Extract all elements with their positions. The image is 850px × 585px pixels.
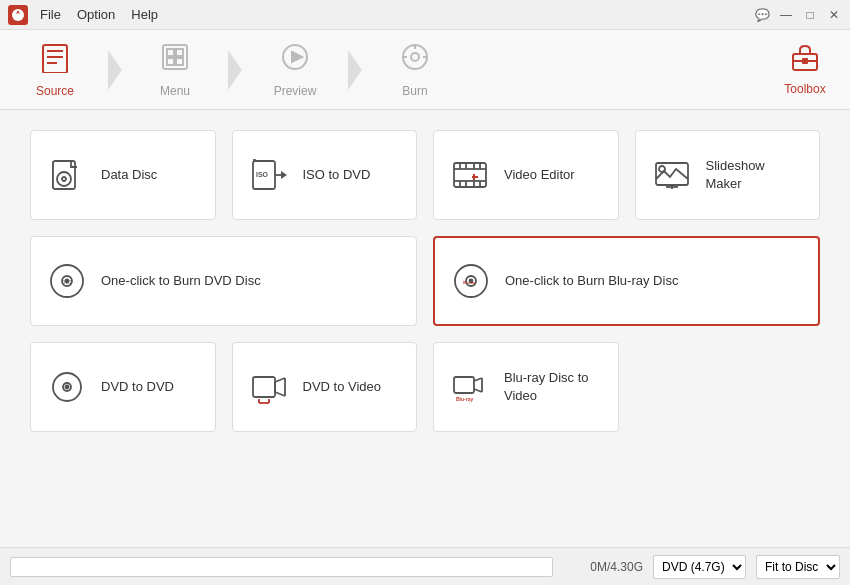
svg-rect-6: [167, 49, 174, 56]
slideshow-maker-icon: [652, 157, 692, 193]
oneclick-bluray-icon: Blu-ray: [451, 262, 491, 300]
menu-items: File Option Help: [40, 7, 158, 22]
menu-label: Menu: [160, 84, 190, 98]
svg-text:ISO: ISO: [256, 171, 269, 178]
svg-point-56: [66, 386, 69, 389]
tool-slideshow-maker[interactable]: Slideshow Maker: [635, 130, 821, 220]
svg-rect-57: [253, 377, 275, 397]
tool-oneclick-bluray[interactable]: Blu-ray One-click to Burn Blu-ray Disc: [433, 236, 820, 326]
svg-rect-7: [176, 49, 183, 56]
dvd-to-video-label: DVD to Video: [303, 378, 382, 396]
tool-data-disc[interactable]: Data Disc: [30, 130, 216, 220]
svg-text:DVD: DVD: [62, 280, 72, 285]
svg-marker-28: [281, 171, 287, 179]
arrow-2: [220, 35, 250, 105]
tool-dvd-to-video[interactable]: DVD to Video: [232, 342, 418, 432]
svg-text:Blu-ray: Blu-ray: [456, 396, 473, 402]
toolbar-items: Source Menu P: [10, 35, 460, 105]
tool-oneclick-dvd[interactable]: DVD One-click to Burn DVD Disc: [30, 236, 417, 326]
tools-row-3: DVD to DVD DVD to Video: [30, 342, 820, 432]
data-disc-icon: [47, 157, 87, 193]
bluray-to-video-icon: Blu-ray: [450, 369, 490, 405]
svg-rect-1: [43, 45, 67, 73]
toolbox-button[interactable]: Toolbox: [770, 44, 840, 96]
status-bar: 0M/4.30G DVD (4.7G) DVD (8.5G) BD-25 BD-…: [0, 547, 850, 585]
progress-bar: [10, 557, 553, 577]
svg-rect-9: [176, 58, 183, 65]
tool-video-editor[interactable]: Video Editor: [433, 130, 619, 220]
source-label: Source: [36, 84, 74, 98]
dvd-to-dvd-label: DVD to DVD: [101, 378, 174, 396]
svg-line-67: [474, 389, 482, 392]
preview-tb-icon: [279, 41, 311, 80]
video-editor-label: Video Editor: [504, 166, 575, 184]
close-button[interactable]: ✕: [826, 7, 842, 23]
dvd-to-dvd-icon: [47, 369, 87, 405]
toolbox-label: Toolbox: [784, 82, 825, 96]
svg-rect-65: [454, 377, 474, 393]
fit-mode-select[interactable]: Fit to Disc Custom: [756, 555, 840, 579]
video-editor-icon: [450, 157, 490, 193]
tool-dvd-to-dvd[interactable]: DVD to DVD: [30, 342, 216, 432]
tool-bluray-to-video[interactable]: Blu-ray Blu-ray Disc to Video: [433, 342, 619, 432]
svg-marker-11: [292, 52, 302, 62]
toolbar-menu[interactable]: Menu: [130, 35, 220, 105]
slideshow-maker-label: Slideshow Maker: [706, 157, 804, 193]
toolbar-burn[interactable]: Burn: [370, 35, 460, 105]
svg-rect-29: [454, 163, 486, 187]
arrow-3: [340, 35, 370, 105]
svg-point-43: [659, 166, 665, 172]
source-icon: [39, 41, 71, 80]
oneclick-dvd-icon: DVD: [47, 262, 87, 300]
toolbar-preview[interactable]: Preview: [250, 35, 340, 105]
burn-tb-icon: [399, 41, 431, 80]
main-content: Data Disc ISO ISO to DVD: [0, 110, 850, 547]
disc-type-select[interactable]: DVD (4.7G) DVD (8.5G) BD-25 BD-50: [653, 555, 746, 579]
title-bar-left: File Option Help: [8, 5, 158, 25]
svg-rect-8: [167, 58, 174, 65]
bluray-to-video-label: Blu-ray Disc to Video: [504, 369, 602, 405]
preview-label: Preview: [274, 84, 317, 98]
tool-iso-to-dvd[interactable]: ISO ISO to DVD: [232, 130, 418, 220]
menu-tb-icon: [159, 41, 191, 80]
svg-rect-26: [254, 160, 255, 161]
menu-help[interactable]: Help: [131, 7, 158, 22]
data-disc-label: Data Disc: [101, 166, 157, 184]
size-indicator: 0M/4.30G: [563, 560, 643, 574]
svg-line-58: [275, 378, 285, 382]
dvd-to-video-icon: [249, 369, 289, 405]
maximize-button[interactable]: □: [802, 7, 818, 23]
oneclick-dvd-label: One-click to Burn DVD Disc: [101, 272, 261, 290]
toolbar-source[interactable]: Source: [10, 35, 100, 105]
toolbox-icon: [791, 44, 819, 78]
title-bar-controls: 💬 — □ ✕: [754, 7, 842, 23]
svg-line-59: [275, 392, 285, 396]
svg-text:Blu-ray: Blu-ray: [463, 281, 475, 285]
chat-icon[interactable]: 💬: [754, 7, 770, 23]
title-bar: File Option Help 💬 — □ ✕: [0, 0, 850, 30]
svg-line-66: [474, 378, 482, 381]
iso-to-dvd-label: ISO to DVD: [303, 166, 371, 184]
arrow-1: [100, 35, 130, 105]
iso-to-dvd-icon: ISO: [249, 157, 289, 193]
menu-option[interactable]: Option: [77, 7, 115, 22]
oneclick-bluray-label: One-click to Burn Blu-ray Disc: [505, 272, 678, 290]
app-icon: [8, 5, 28, 25]
svg-rect-19: [802, 58, 808, 64]
menu-file[interactable]: File: [40, 7, 61, 22]
svg-point-13: [411, 53, 419, 61]
toolbar: Source Menu P: [0, 30, 850, 110]
minimize-button[interactable]: —: [778, 7, 794, 23]
burn-label: Burn: [402, 84, 427, 98]
tools-row-1: Data Disc ISO ISO to DVD: [30, 130, 820, 220]
tools-row-2: DVD One-click to Burn DVD Disc Blu-ray O…: [30, 236, 820, 326]
